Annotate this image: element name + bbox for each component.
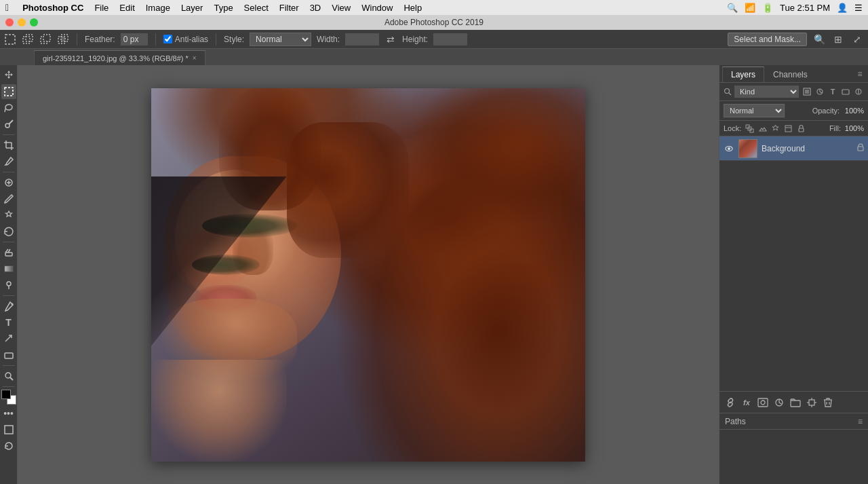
anti-alias-label[interactable]: Anti-alias — [163, 35, 208, 44]
eyedropper-tool[interactable] — [1, 154, 16, 169]
lock-all-icon[interactable] — [795, 123, 806, 134]
screen-mode-button[interactable] — [1, 422, 16, 437]
move-tool[interactable] — [1, 68, 16, 83]
app-name-menu[interactable]: Photoshop CC — [17, 3, 89, 13]
user-icon[interactable]: 👤 — [837, 3, 848, 13]
history-brush-tool[interactable] — [1, 224, 16, 239]
add-artboard-button[interactable] — [805, 396, 818, 409]
file-menu[interactable]: File — [89, 3, 114, 13]
document-tab[interactable]: girl-2359121_1920.jpg @ 33.3% (RGB/8#) *… — [34, 50, 205, 65]
minimize-button[interactable] — [18, 18, 26, 26]
window-menu[interactable]: Window — [356, 3, 398, 13]
pixel-filter-icon[interactable] — [802, 86, 812, 97]
anti-alias-checkbox[interactable] — [163, 35, 172, 43]
notifications-icon[interactable]: ☰ — [854, 3, 863, 13]
shape-filter-icon[interactable] — [840, 86, 851, 97]
kind-filter-select[interactable]: Kind Name Effect Mode Attribute Color — [734, 86, 799, 98]
clone-stamp-tool[interactable] — [1, 208, 16, 223]
zoom-tool[interactable] — [1, 369, 16, 384]
panel-tabs: Layers Channels ≡ — [719, 65, 868, 83]
eraser-tool[interactable] — [1, 245, 16, 260]
layer-thumbnail — [738, 139, 757, 158]
svg-rect-21 — [5, 253, 12, 256]
link-layers-button[interactable] — [724, 396, 737, 409]
select-menu[interactable]: Select — [239, 3, 274, 13]
background-layer-item[interactable]: Background — [719, 136, 868, 161]
close-button[interactable] — [5, 18, 14, 26]
tab-close-button[interactable]: × — [193, 54, 197, 62]
lock-artboards-icon[interactable] — [783, 123, 793, 134]
view-menu[interactable]: View — [326, 3, 356, 13]
brush-tool[interactable] — [1, 191, 16, 206]
dodge-tool[interactable] — [1, 278, 16, 293]
help-menu[interactable]: Help — [398, 3, 427, 13]
rotate-canvas-button[interactable] — [1, 439, 16, 453]
svg-rect-31 — [5, 426, 13, 434]
lock-image-pixels-icon[interactable] — [757, 123, 768, 134]
fill-value[interactable]: 100% — [844, 124, 864, 132]
swap-dimensions-icon[interactable]: ⇄ — [384, 33, 397, 45]
more-tools-button[interactable]: ••• — [1, 406, 16, 421]
lasso-tool[interactable] — [1, 100, 16, 115]
canvas-area[interactable] — [18, 65, 719, 484]
type-menu[interactable]: Type — [208, 3, 238, 13]
opacity-value[interactable]: 100% — [844, 107, 864, 115]
add-adjustment-button[interactable] — [772, 396, 786, 409]
paths-menu-button[interactable]: ≡ — [858, 417, 863, 426]
search-icon[interactable]: 🔍 — [727, 3, 738, 13]
layers-tab[interactable]: Layers — [722, 67, 764, 82]
apple-logo[interactable]:  — [5, 2, 9, 13]
healing-brush-tool[interactable] — [1, 175, 16, 190]
feather-input[interactable] — [121, 33, 148, 45]
traffic-lights[interactable] — [5, 18, 38, 26]
type-filter-icon[interactable]: T — [827, 86, 838, 97]
adjustment-filter-icon[interactable] — [814, 86, 825, 97]
edit-menu[interactable]: Edit — [114, 3, 140, 13]
crop-tool[interactable] — [1, 138, 16, 153]
toolbar: T ••• — [0, 65, 18, 484]
layer-visibility-toggle[interactable] — [724, 143, 734, 154]
style-select[interactable]: Normal Fixed Ratio Fixed Size — [250, 33, 311, 46]
type-tool[interactable]: T — [1, 315, 16, 330]
height-input[interactable] — [433, 33, 467, 45]
maximize-button[interactable] — [30, 18, 38, 26]
rectangular-marquee-tool[interactable] — [1, 84, 16, 99]
opacity-label: Opacity: — [812, 107, 840, 115]
smart-filter-icon[interactable] — [853, 86, 864, 97]
image-menu[interactable]: Image — [140, 3, 176, 13]
new-selection-icon[interactable] — [4, 33, 16, 45]
add-mask-button[interactable] — [756, 396, 770, 409]
arrange-icon[interactable]: ⊞ — [831, 33, 845, 46]
blend-mode-select[interactable]: Normal Dissolve Multiply Screen Overlay … — [724, 104, 785, 117]
foreground-background-color[interactable] — [1, 390, 16, 405]
lock-transparent-icon[interactable] — [744, 123, 755, 134]
filter-menu[interactable]: Filter — [274, 3, 304, 13]
canvas-image — [151, 88, 585, 462]
extract-icon[interactable]: ⤢ — [850, 33, 864, 46]
search-panel-icon[interactable]: 🔍 — [812, 33, 826, 46]
delete-layer-button[interactable] — [821, 396, 835, 409]
panel-menu-button[interactable]: ≡ — [854, 69, 865, 79]
magic-wand-tool[interactable] — [1, 117, 16, 132]
add-group-button[interactable] — [789, 396, 802, 409]
width-input[interactable] — [345, 33, 379, 45]
lock-position-icon[interactable] — [770, 123, 781, 134]
fx-button[interactable]: fx — [740, 396, 753, 409]
gradient-tool[interactable] — [1, 261, 16, 276]
height-label: Height: — [402, 35, 428, 44]
svg-rect-43 — [785, 126, 791, 132]
svg-line-17 — [5, 164, 6, 166]
layer-menu[interactable]: Layer — [176, 3, 209, 13]
pen-tool[interactable] — [1, 299, 16, 314]
path-selection-tool[interactable] — [1, 331, 16, 346]
add-selection-icon[interactable] — [22, 33, 34, 45]
3d-menu[interactable]: 3D — [304, 3, 327, 13]
intersect-selection-icon[interactable] — [57, 33, 69, 45]
channels-tab[interactable]: Channels — [764, 67, 816, 82]
shape-tool[interactable] — [1, 348, 16, 362]
subtract-selection-icon[interactable] — [39, 33, 52, 45]
fill-label: Fill: — [829, 124, 841, 132]
layer-lock-icon — [857, 143, 864, 153]
svg-line-33 — [729, 93, 732, 96]
select-and-mask-button[interactable]: Select and Mask... — [728, 33, 807, 46]
